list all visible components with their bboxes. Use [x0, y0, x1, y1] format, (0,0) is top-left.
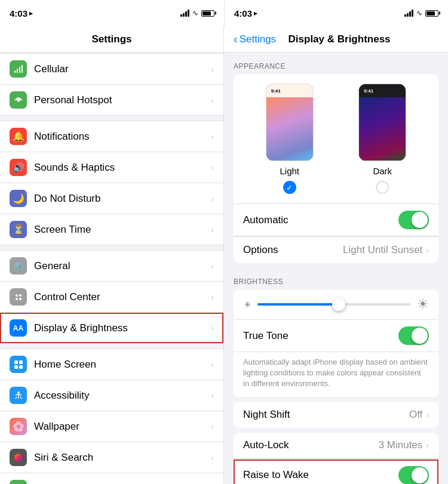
signal-icon [180, 10, 189, 17]
section-connectivity: Cellular › Personal Hotspot › [0, 53, 223, 116]
true-tone-knob [412, 328, 428, 344]
svg-point-13 [17, 391, 20, 394]
general-icon: ⚙️ [10, 257, 27, 275]
brightness-low-icon: ☀ [243, 299, 251, 310]
home-screen-icon [10, 356, 27, 373]
svg-rect-3 [22, 65, 23, 73]
detail-title: Display & Brightness [240, 33, 438, 45]
status-bar: 4:03 ▸ ∿ 4:03 ▸ [0, 0, 448, 26]
sidebar-item-control-center[interactable]: Control Center › [0, 282, 223, 313]
left-status-bar: 4:03 ▸ ∿ [0, 0, 224, 26]
screen-time-label: Screen Time [34, 224, 211, 236]
screen-time-icon: ⏳ [10, 221, 27, 238]
right-signal-icon [404, 10, 413, 17]
svg-rect-12 [19, 365, 23, 369]
options-value: Light Until Sunset [343, 244, 422, 256]
accessibility-label: Accessibility [34, 390, 211, 402]
brightness-high-icon: ☀ [417, 297, 429, 312]
options-chevron: › [426, 245, 429, 255]
brightness-section-label: BRIGHTNESS [224, 268, 448, 289]
dark-mode-option[interactable]: 9:41 Dark [358, 84, 406, 194]
battery-icon [201, 10, 214, 17]
sidebar-item-screen-time[interactable]: ⏳ Screen Time › [0, 214, 223, 245]
svg-point-14 [14, 454, 23, 462]
svg-rect-9 [14, 360, 18, 364]
true-tone-info: Automatically adapt iPhone display based… [234, 352, 438, 397]
lock-card: Auto-Lock 3 Minutes › Raise to Wake [234, 433, 438, 484]
true-tone-toggle[interactable] [398, 326, 429, 345]
brightness-slider[interactable] [257, 303, 411, 306]
back-chevron-icon: ‹ [234, 32, 238, 46]
siri-icon [10, 449, 27, 466]
cellular-icon [10, 60, 27, 78]
sidebar-item-display-brightness[interactable]: AA Display & Brightness › [0, 313, 223, 343]
night-shift-row[interactable]: Night Shift Off › [234, 402, 438, 428]
sidebar-item-notifications[interactable]: 🔔 Notifications › [0, 121, 223, 152]
sidebar-item-accessibility[interactable]: Accessibility › [0, 380, 223, 411]
cellular-chevron: › [211, 64, 214, 74]
raise-to-wake-label: Raise to Wake [243, 469, 398, 481]
dnd-label: Do Not Disturb [34, 193, 211, 205]
detail-panel: ‹ Settings Display & Brightness APPEARAN… [224, 26, 448, 484]
light-radio[interactable]: ✓ [283, 181, 296, 194]
sidebar-item-face-id[interactable]: Face ID & Passcode › [0, 473, 223, 484]
brightness-row: ☀ ☀ [234, 289, 438, 319]
automatic-toggle[interactable] [398, 211, 429, 229]
sidebar-item-cellular[interactable]: Cellular › [0, 54, 223, 85]
svg-rect-1 [17, 69, 18, 73]
general-label: General [34, 260, 211, 272]
appearance-card: 9:41 Light ✓ 9:41 Dark [234, 74, 438, 263]
automatic-label: Automatic [243, 214, 398, 226]
true-tone-row: True Tone [234, 320, 438, 352]
svg-rect-11 [14, 365, 18, 369]
sidebar-item-personal-hotspot[interactable]: Personal Hotspot › [0, 85, 223, 115]
hotspot-label: Personal Hotspot [34, 94, 211, 106]
true-tone-label: True Tone [243, 330, 398, 342]
display-brightness-icon: AA [10, 319, 27, 337]
right-status-bar: 4:03 ▸ ∿ [224, 0, 448, 26]
siri-label: Siri & Search [34, 452, 211, 464]
sidebar-item-wallpaper[interactable]: 🌸 Wallpaper › [0, 411, 223, 442]
brightness-thumb[interactable] [332, 298, 345, 311]
right-battery-icon [425, 10, 438, 17]
auto-lock-chevron: › [426, 440, 429, 450]
svg-rect-10 [19, 360, 23, 364]
automatic-toggle-knob [412, 212, 428, 228]
brightness-card: ☀ ☀ True Tone Automatically adapt iPhone… [234, 289, 438, 397]
night-shift-label: Night Shift [243, 409, 409, 421]
settings-panel: Settings Cellular › [0, 26, 224, 484]
sidebar-item-siri[interactable]: Siri & Search › [0, 442, 223, 473]
section-alerts: 🔔 Notifications › 🔊 Sounds & Haptics › 🌙… [0, 121, 223, 245]
light-mode-option[interactable]: 9:41 Light ✓ [266, 84, 314, 194]
section-general: ⚙️ General › Control Center › AA [0, 250, 223, 344]
sidebar-item-general[interactable]: ⚙️ General › [0, 251, 223, 282]
dark-preview: 9:41 [358, 84, 406, 161]
night-shift-chevron: › [426, 410, 429, 420]
options-row[interactable]: Options Light Until Sunset › [234, 237, 438, 263]
svg-point-7 [16, 298, 18, 300]
light-label: Light [280, 166, 299, 176]
appearance-options: 9:41 Light ✓ 9:41 Dark [234, 74, 438, 204]
night-shift-card: Night Shift Off › [234, 402, 438, 428]
brightness-fill [257, 303, 342, 306]
accessibility-icon [10, 387, 27, 404]
raise-to-wake-toggle[interactable] [398, 466, 429, 484]
sidebar-item-sounds[interactable]: 🔊 Sounds & Haptics › [0, 152, 223, 183]
auto-lock-row[interactable]: Auto-Lock 3 Minutes › [234, 433, 438, 459]
sidebar-item-home-screen[interactable]: Home Screen › [0, 349, 223, 380]
automatic-row: Automatic [234, 204, 438, 236]
raise-to-wake-knob [412, 467, 428, 483]
notifications-label: Notifications [34, 131, 211, 143]
svg-point-5 [16, 294, 18, 297]
settings-title: Settings [10, 33, 214, 45]
sidebar-item-do-not-disturb[interactable]: 🌙 Do Not Disturb › [0, 183, 223, 214]
svg-rect-2 [19, 67, 20, 73]
appearance-section-label: APPEARANCE [224, 53, 448, 74]
raise-to-wake-row: Raise to Wake [234, 460, 438, 484]
svg-point-6 [19, 294, 22, 297]
right-status-icons: ∿ [404, 9, 438, 17]
right-wifi-icon: ∿ [416, 9, 422, 17]
wallpaper-icon: 🌸 [10, 418, 27, 435]
svg-point-8 [19, 298, 22, 300]
dark-radio[interactable] [376, 181, 389, 194]
